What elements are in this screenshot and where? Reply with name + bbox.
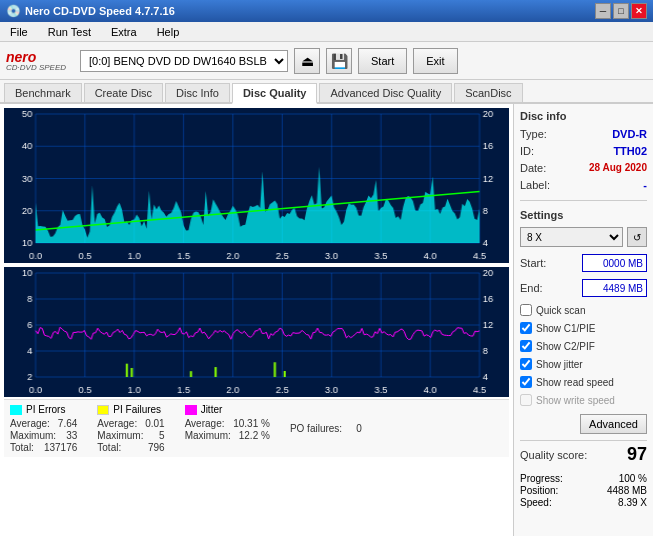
pi-failures-legend: PI Failures: [97, 404, 164, 415]
tab-scan-disc[interactable]: ScanDisc: [454, 83, 522, 102]
end-label: End:: [520, 282, 543, 294]
tab-bar: Benchmark Create Disc Disc Info Disc Qua…: [0, 80, 653, 104]
pi-failures-avg-row: Average: 0.01: [97, 418, 164, 429]
bottom-chart-container: [4, 267, 509, 397]
pi-failures-max-row: Maximum: 5: [97, 430, 164, 441]
pi-failures-max: 5: [159, 430, 165, 441]
start-label: Start:: [520, 257, 546, 269]
show-c1pie-row: Show C1/PIE: [520, 322, 647, 334]
pi-failures-group: PI Failures Average: 0.01 Maximum: 5 Tot…: [97, 404, 164, 453]
show-read-speed-row: Show read speed: [520, 376, 647, 388]
menu-run-test[interactable]: Run Test: [42, 24, 97, 40]
toolbar: nero CD·DVD SPEED [0:0] BENQ DVD DD DW16…: [0, 42, 653, 80]
speed-label: Speed:: [520, 497, 552, 508]
speed-row: Speed: 8.39 X: [520, 497, 647, 508]
disc-label-value: -: [643, 179, 647, 191]
po-failures-row: PO failures: 0: [290, 423, 362, 434]
title-bar-left: 💿 Nero CD-DVD Speed 4.7.7.16: [6, 4, 175, 18]
menu-help[interactable]: Help: [151, 24, 186, 40]
chart-area: PI Errors Average: 7.64 Maximum: 33 Tota…: [0, 104, 513, 536]
quick-scan-checkbox[interactable]: [520, 304, 532, 316]
tab-disc-quality[interactable]: Disc Quality: [232, 83, 318, 104]
speed-select[interactable]: 8 X: [520, 227, 623, 247]
stats-bar: PI Errors Average: 7.64 Maximum: 33 Tota…: [4, 399, 509, 457]
show-c1pie-label: Show C1/PIE: [536, 323, 595, 334]
end-input-row: End:: [520, 279, 647, 297]
drive-select[interactable]: [0:0] BENQ DVD DD DW1640 BSLB: [80, 50, 288, 72]
save-icon-btn[interactable]: 💾: [326, 48, 352, 74]
quality-score-label: Quality score:: [520, 449, 587, 461]
progress-section: Progress: 100 % Position: 4488 MB Speed:…: [520, 473, 647, 509]
maximize-button[interactable]: □: [613, 3, 629, 19]
start-button[interactable]: Start: [358, 48, 407, 74]
disc-id-label: ID:: [520, 145, 534, 157]
po-failures-value: 0: [356, 423, 362, 434]
quick-scan-row: Quick scan: [520, 304, 647, 316]
show-c2pif-label: Show C2/PIF: [536, 341, 595, 352]
progress-value: 100 %: [619, 473, 647, 484]
start-input-row: Start:: [520, 254, 647, 272]
quality-score-value: 97: [627, 444, 647, 465]
quality-score-row: Quality score: 97: [520, 440, 647, 465]
menu-extra[interactable]: Extra: [105, 24, 143, 40]
tab-benchmark[interactable]: Benchmark: [4, 83, 82, 102]
show-jitter-checkbox[interactable]: [520, 358, 532, 370]
po-failures-group: PO failures: 0: [290, 404, 362, 453]
speed-settings-row: 8 X ↺: [520, 227, 647, 247]
pi-errors-max: 33: [66, 430, 77, 441]
top-chart: [4, 108, 509, 263]
start-input[interactable]: [582, 254, 647, 272]
refresh-icon-btn[interactable]: ↺: [627, 227, 647, 247]
title-bar: 💿 Nero CD-DVD Speed 4.7.7.16 ─ □ ✕: [0, 0, 653, 22]
show-read-speed-label: Show read speed: [536, 377, 614, 388]
tab-disc-info[interactable]: Disc Info: [165, 83, 230, 102]
tab-advanced-disc-quality[interactable]: Advanced Disc Quality: [319, 83, 452, 102]
show-read-speed-checkbox[interactable]: [520, 376, 532, 388]
show-jitter-label: Show jitter: [536, 359, 583, 370]
nero-logo-text: nero: [6, 50, 36, 64]
pi-errors-label: PI Errors: [26, 404, 65, 415]
quick-scan-label: Quick scan: [536, 305, 585, 316]
right-panel: Disc info Type: DVD-R ID: TTH02 Date: 28…: [513, 104, 653, 536]
advanced-button[interactable]: Advanced: [580, 414, 647, 434]
menu-file[interactable]: File: [4, 24, 34, 40]
jitter-legend: Jitter: [185, 404, 270, 415]
disc-id-row: ID: TTH02: [520, 145, 647, 157]
jitter-avg: 10.31 %: [233, 418, 270, 429]
disc-date-label: Date:: [520, 162, 546, 174]
pi-failures-total-row: Total: 796: [97, 442, 164, 453]
pi-errors-max-row: Maximum: 33: [10, 430, 77, 441]
disc-type-value: DVD-R: [612, 128, 647, 140]
position-label: Position:: [520, 485, 558, 496]
show-c2pif-checkbox[interactable]: [520, 340, 532, 352]
pi-failures-avg: 0.01: [145, 418, 164, 429]
po-failures-label: PO failures:: [290, 423, 342, 434]
eject-icon-btn[interactable]: ⏏: [294, 48, 320, 74]
disc-id-value: TTH02: [613, 145, 647, 157]
pi-errors-color: [10, 405, 22, 415]
pi-errors-legend: PI Errors: [10, 404, 77, 415]
tab-create-disc[interactable]: Create Disc: [84, 83, 163, 102]
disc-date-value: 28 Aug 2020: [589, 162, 647, 174]
pi-errors-avg: 7.64: [58, 418, 77, 429]
show-c1pie-checkbox[interactable]: [520, 322, 532, 334]
end-input[interactable]: [582, 279, 647, 297]
show-jitter-row: Show jitter: [520, 358, 647, 370]
show-write-speed-label: Show write speed: [536, 395, 615, 406]
disc-label-row: Label: -: [520, 179, 647, 191]
disc-info-title: Disc info: [520, 110, 647, 122]
jitter-group: Jitter Average: 10.31 % Maximum: 12.2 %: [185, 404, 270, 453]
jitter-max: 12.2 %: [239, 430, 270, 441]
pi-failures-color: [97, 405, 109, 415]
pi-errors-total: 137176: [44, 442, 77, 453]
show-c2pif-row: Show C2/PIF: [520, 340, 647, 352]
pi-failures-total: 796: [148, 442, 165, 453]
minimize-button[interactable]: ─: [595, 3, 611, 19]
jitter-avg-row: Average: 10.31 %: [185, 418, 270, 429]
close-button[interactable]: ✕: [631, 3, 647, 19]
exit-button[interactable]: Exit: [413, 48, 457, 74]
jitter-max-row: Maximum: 12.2 %: [185, 430, 270, 441]
pi-errors-total-row: Total: 137176: [10, 442, 77, 453]
divider1: [520, 200, 647, 201]
bottom-chart: [4, 267, 509, 397]
